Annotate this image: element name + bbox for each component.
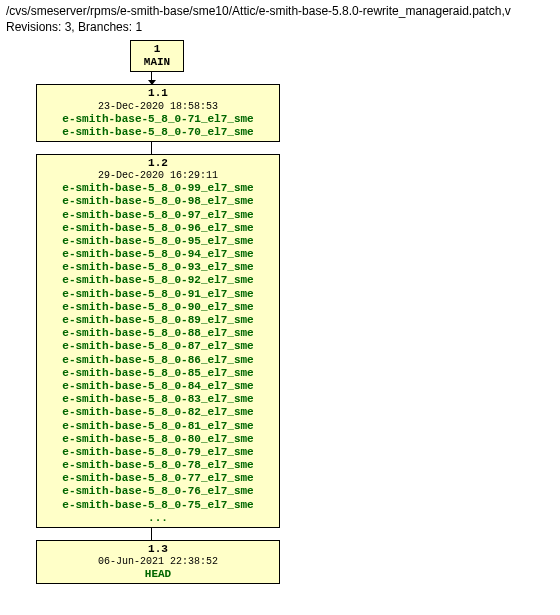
revision-tag: e-smith-base-5_8_0-99_el7_sme [43, 182, 273, 195]
more-tags-ellipsis: ... [43, 512, 273, 525]
revision-date: 06-Jun-2021 22:38:52 [43, 556, 273, 568]
revision-tag: e-smith-base-5_8_0-94_el7_sme [43, 248, 273, 261]
revision-number: 1.3 [43, 543, 273, 556]
revision-graph: 1 MAIN 1.1 23-Dec-2020 18:58:53 e-smith-… [0, 40, 560, 584]
revision-tag: e-smith-base-5_8_0-89_el7_sme [43, 314, 273, 327]
revision-tag: HEAD [43, 568, 273, 581]
revision-tag: e-smith-base-5_8_0-84_el7_sme [43, 380, 273, 393]
revision-tag: e-smith-base-5_8_0-91_el7_sme [43, 288, 273, 301]
revision-number: 1.2 [43, 157, 273, 170]
revision-tag: e-smith-base-5_8_0-86_el7_sme [43, 354, 273, 367]
revision-tag: e-smith-base-5_8_0-93_el7_sme [43, 261, 273, 274]
revision-tag: e-smith-base-5_8_0-88_el7_sme [43, 327, 273, 340]
edge-main-to-1.1 [151, 72, 152, 84]
revision-tag: e-smith-base-5_8_0-78_el7_sme [43, 459, 273, 472]
revision-tag: e-smith-base-5_8_0-81_el7_sme [43, 420, 273, 433]
revision-tag: e-smith-base-5_8_0-76_el7_sme [43, 485, 273, 498]
revision-tag: e-smith-base-5_8_0-96_el7_sme [43, 222, 273, 235]
revision-tag: e-smith-base-5_8_0-87_el7_sme [43, 340, 273, 353]
revision-date: 23-Dec-2020 18:58:53 [43, 101, 273, 113]
edge-1.1-to-1.2 [151, 142, 152, 154]
revision-tag: e-smith-base-5_8_0-70_el7_sme [43, 126, 273, 139]
revision-tag: e-smith-base-5_8_0-82_el7_sme [43, 406, 273, 419]
revision-tag: e-smith-base-5_8_0-98_el7_sme [43, 195, 273, 208]
revision-node-1.2[interactable]: 1.2 29-Dec-2020 16:29:11 e-smith-base-5_… [36, 154, 280, 528]
revision-tag: e-smith-base-5_8_0-90_el7_sme [43, 301, 273, 314]
branch-node-main[interactable]: 1 MAIN [130, 40, 184, 72]
edge-1.2-to-1.3 [151, 528, 152, 540]
revision-tag: e-smith-base-5_8_0-80_el7_sme [43, 433, 273, 446]
revision-node-1.1[interactable]: 1.1 23-Dec-2020 18:58:53 e-smith-base-5_… [36, 84, 280, 142]
file-path: /cvs/smeserver/rpms/e-smith-base/sme10/A… [6, 4, 554, 18]
revision-tag: e-smith-base-5_8_0-97_el7_sme [43, 209, 273, 222]
revision-date: 29-Dec-2020 16:29:11 [43, 170, 273, 182]
revision-tag: e-smith-base-5_8_0-75_el7_sme [43, 499, 273, 512]
revision-summary: Revisions: 3, Branches: 1 [6, 20, 554, 34]
revision-tag: e-smith-base-5_8_0-92_el7_sme [43, 274, 273, 287]
revision-number: 1.1 [43, 87, 273, 100]
revision-tag: e-smith-base-5_8_0-79_el7_sme [43, 446, 273, 459]
branch-name: MAIN [137, 56, 177, 69]
branch-index: 1 [137, 43, 177, 56]
revision-node-1.3[interactable]: 1.3 06-Jun-2021 22:38:52 HEAD [36, 540, 280, 584]
revision-tag: e-smith-base-5_8_0-83_el7_sme [43, 393, 273, 406]
revision-tag: e-smith-base-5_8_0-71_el7_sme [43, 113, 273, 126]
revision-tag: e-smith-base-5_8_0-95_el7_sme [43, 235, 273, 248]
revision-tag: e-smith-base-5_8_0-77_el7_sme [43, 472, 273, 485]
file-header: /cvs/smeserver/rpms/e-smith-base/sme10/A… [0, 0, 560, 36]
revision-tag: e-smith-base-5_8_0-85_el7_sme [43, 367, 273, 380]
